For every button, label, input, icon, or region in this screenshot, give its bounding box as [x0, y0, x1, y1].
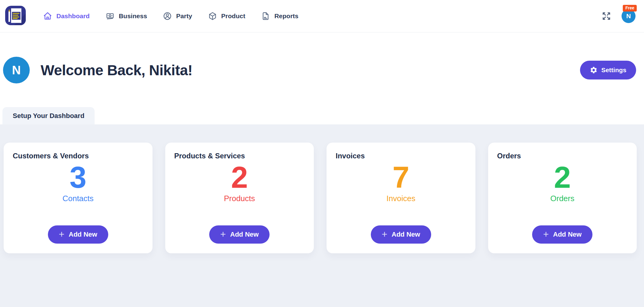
card-invoices: Invoices 7 Invoices + Add New [327, 143, 475, 253]
card-customers-vendors: Customers & Vendors 3 Contacts + Add New [4, 143, 153, 253]
card-title: Invoices [336, 152, 466, 160]
topbar-right: Free N [601, 9, 639, 23]
app-logo[interactable] [4, 4, 27, 28]
nav-item-product[interactable]: Product [208, 12, 245, 21]
fullscreen-icon[interactable] [601, 11, 612, 22]
nav-label: Product [221, 12, 245, 20]
card-label: Products [174, 194, 305, 203]
welcome-section: N Welcome Back, Nikita! Settings [3, 57, 636, 83]
card-count: 2 [497, 161, 628, 193]
package-box-icon [208, 12, 217, 21]
home-icon [43, 12, 52, 21]
nav-label: Business [119, 12, 147, 20]
card-title: Products & Services [174, 152, 305, 160]
main-nav: Dashboard Business [43, 12, 298, 21]
add-new-invoice-button[interactable]: + Add New [371, 225, 431, 244]
add-new-order-button[interactable]: + Add New [532, 225, 592, 244]
card-title: Orders [497, 152, 628, 160]
card-orders: Orders 2 Orders + Add New [488, 143, 637, 253]
card-label: Invoices [336, 194, 466, 203]
nav-item-reports[interactable]: Reports [261, 12, 298, 21]
nav-label: Party [176, 12, 192, 20]
card-count: 3 [13, 161, 143, 193]
nav-item-dashboard[interactable]: Dashboard [43, 12, 90, 21]
dashboard-panel: Customers & Vendors 3 Contacts + Add New… [0, 124, 644, 307]
card-label: Contacts [13, 194, 143, 203]
tab-row: Setup Your Dashboard [0, 107, 644, 124]
nav-label: Reports [274, 12, 298, 20]
user-menu[interactable]: Free N [622, 9, 636, 23]
card-count: 2 [174, 161, 305, 193]
user-circle-icon [163, 12, 172, 21]
settings-button[interactable]: Settings [580, 61, 636, 79]
dashboard-page: Dashboard Business [0, 0, 644, 307]
welcome-avatar: N [3, 57, 30, 83]
nav-label: Dashboard [56, 12, 90, 20]
tab-setup-dashboard[interactable]: Setup Your Dashboard [2, 107, 95, 124]
card-title: Customers & Vendors [13, 152, 143, 160]
card-products-services: Products & Services 2 Products + Add New [165, 143, 314, 253]
plus-icon: + [382, 229, 387, 239]
top-nav-bar: Dashboard Business [0, 0, 644, 32]
add-new-product-button[interactable]: + Add New [209, 225, 270, 244]
report-file-icon [261, 12, 270, 21]
plus-icon: + [220, 229, 226, 239]
invoice-book-logo-icon [4, 4, 27, 28]
plan-badge: Free [623, 5, 637, 12]
add-new-label: Add New [69, 231, 97, 238]
plus-icon: + [543, 229, 549, 239]
cash-icon [106, 12, 115, 21]
gear-icon [590, 66, 598, 74]
card-label: Orders [497, 194, 628, 203]
nav-item-party[interactable]: Party [163, 12, 192, 21]
page-title: Welcome Back, Nikita! [41, 62, 193, 79]
nav-item-business[interactable]: Business [106, 12, 147, 21]
add-new-label: Add New [230, 231, 259, 238]
settings-button-label: Settings [601, 66, 626, 74]
summary-cards: Customers & Vendors 3 Contacts + Add New… [4, 143, 637, 253]
add-new-label: Add New [553, 231, 582, 238]
add-new-contact-button[interactable]: + Add New [48, 225, 108, 244]
plus-icon: + [59, 229, 65, 239]
card-count: 7 [336, 161, 466, 193]
add-new-label: Add New [392, 231, 420, 238]
